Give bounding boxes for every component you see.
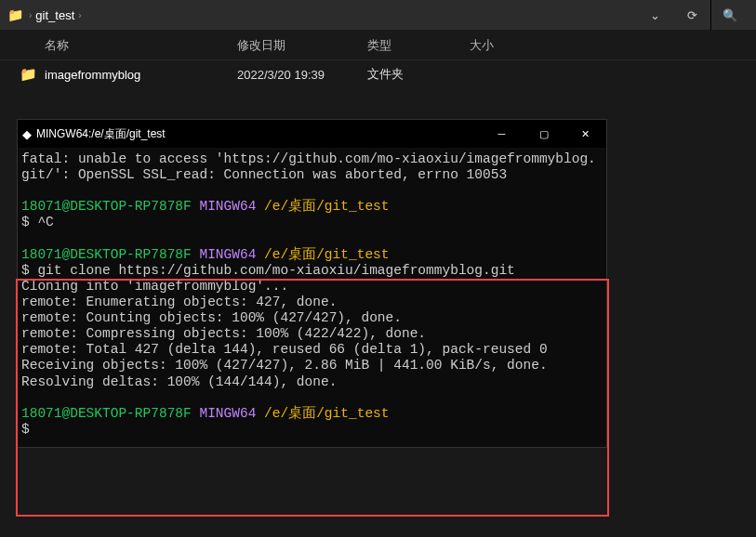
prompt-user: 18071@DESKTOP-RP7878F [21, 406, 192, 421]
terminal-line: Resolving deltas: 100% (144/144), done. [21, 374, 337, 389]
dropdown-button[interactable]: ⌄ [636, 0, 673, 30]
terminal-line: Cloning into 'imagefrommyblog'... [21, 279, 288, 294]
close-icon: ✕ [581, 128, 590, 140]
prompt-env: MINGW64 [199, 406, 256, 421]
chevron-right-icon: › [29, 10, 32, 20]
prompt-user: 18071@DESKTOP-RP7878F [21, 247, 192, 262]
refresh-button[interactable]: ⟳ [673, 0, 710, 30]
terminal-line: remote: Total 427 (delta 144), reused 66… [21, 342, 548, 357]
file-date: 2022/3/20 19:39 [237, 68, 367, 82]
close-button[interactable]: ✕ [564, 120, 606, 148]
address-bar[interactable]: 📁 › git_test › ⌄ ⟳ 🔍 [0, 0, 756, 30]
breadcrumb-segment[interactable]: git_test [35, 8, 74, 22]
titlebar[interactable]: ◆ MINGW64:/e/桌面/git_test ─ ▢ ✕ [18, 120, 606, 148]
column-type[interactable]: 类型 [367, 37, 470, 54]
chevron-down-icon: ⌄ [650, 8, 660, 22]
terminal-body[interactable]: fatal: unable to access 'https://github.… [18, 148, 606, 447]
terminal-line: remote: Counting objects: 100% (427/427)… [21, 310, 402, 325]
prompt-user: 18071@DESKTOP-RP7878F [21, 199, 192, 214]
window-title: MINGW64:/e/桌面/git_test [36, 126, 481, 142]
terminal-window: ◆ MINGW64:/e/桌面/git_test ─ ▢ ✕ fatal: un… [17, 119, 607, 448]
column-date[interactable]: 修改日期 [237, 37, 367, 54]
terminal-line: $ ^C [21, 215, 54, 229]
maximize-button[interactable]: ▢ [523, 120, 564, 148]
terminal-line: Receiving objects: 100% (427/427), 2.86 … [21, 358, 548, 373]
folder-icon: 📁 [7, 7, 23, 22]
search-button[interactable]: 🔍 [711, 0, 749, 30]
refresh-icon: ⟳ [687, 8, 697, 22]
prompt-env: MINGW64 [199, 199, 256, 214]
app-icon: ◆ [18, 127, 36, 141]
column-size[interactable]: 大小 [470, 37, 544, 54]
minimize-button[interactable]: ─ [481, 120, 523, 148]
columns-header: 名称 修改日期 类型 大小 [0, 30, 756, 60]
terminal-command: $ git clone https://github.com/mo-xiaoxi… [21, 263, 515, 278]
terminal-prompt: $ [21, 422, 30, 437]
file-type: 文件夹 [367, 66, 470, 83]
minimize-icon: ─ [498, 128, 506, 139]
maximize-icon: ▢ [539, 128, 549, 140]
chevron-right-icon: › [78, 10, 81, 20]
terminal-error: fatal: unable to access 'https://github.… [21, 151, 596, 182]
file-name: imagefrommyblog [45, 68, 237, 82]
prompt-path: /e/桌面/git_test [264, 406, 389, 421]
terminal-line: remote: Enumerating objects: 427, done. [21, 295, 337, 309]
folder-icon: 📁 [20, 66, 37, 83]
prompt-path: /e/桌面/git_test [264, 199, 389, 214]
column-name[interactable]: 名称 [0, 37, 237, 54]
search-icon: 🔍 [723, 8, 737, 22]
prompt-path: /e/桌面/git_test [264, 247, 389, 262]
file-row[interactable]: 📁 imagefrommyblog 2022/3/20 19:39 文件夹 [0, 60, 756, 88]
terminal-line: remote: Compressing objects: 100% (422/4… [21, 326, 426, 341]
prompt-env: MINGW64 [199, 247, 256, 262]
